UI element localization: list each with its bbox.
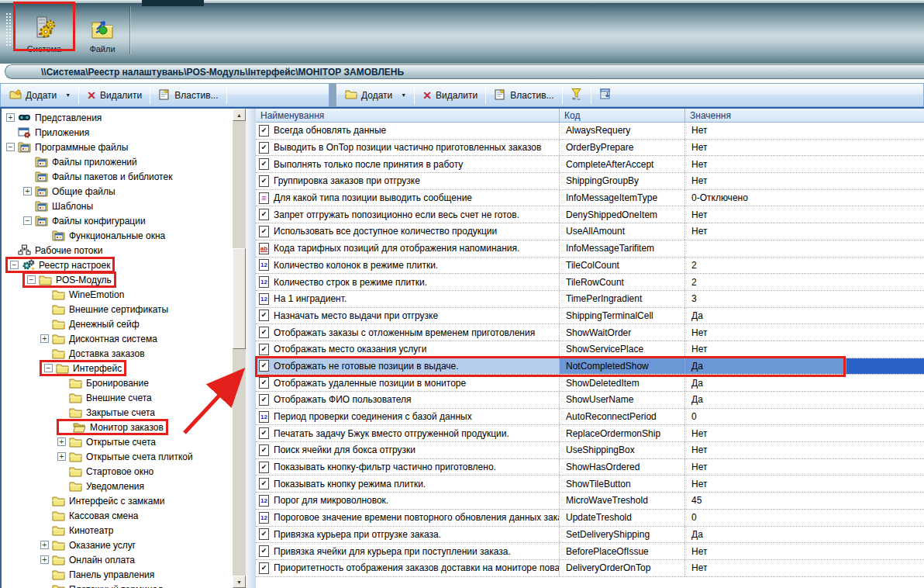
table-row[interactable]: ✔Отображать не готовые позиции в выдаче.… bbox=[256, 358, 924, 375]
tree-item[interactable]: +Дисконтная система bbox=[2, 331, 233, 346]
tree-item[interactable]: Стартовое окно bbox=[2, 464, 233, 479]
column-header-value[interactable]: Значення bbox=[685, 109, 924, 122]
table-row[interactable]: 12На 1 инградиент.TimePerIngradient3 bbox=[256, 291, 924, 308]
tree-item[interactable]: Бронирование bbox=[2, 375, 233, 390]
expand-toggle[interactable]: + bbox=[23, 187, 32, 195]
tree-item[interactable]: −Файлы конфигурации bbox=[2, 213, 233, 228]
tree-item[interactable]: Платежный терминал bbox=[2, 582, 233, 588]
column-header-name[interactable]: Найменування bbox=[256, 109, 560, 122]
setting-name: Порог для микроволновок. bbox=[274, 495, 388, 506]
tree-item[interactable]: Приложения bbox=[2, 125, 233, 140]
table-row[interactable]: ✔Привязка курьера при отгрузке заказа.Se… bbox=[256, 527, 924, 544]
tree-item[interactable]: Кинотеатр bbox=[2, 523, 233, 538]
table-row[interactable]: ✔Отображать удаленные позиции в мониторе… bbox=[256, 375, 924, 392]
tree-item[interactable]: +Общие файлы bbox=[2, 184, 233, 199]
scroll-down-button[interactable]: ▼ bbox=[233, 576, 246, 588]
tree-item[interactable]: −Реестр настроек bbox=[2, 258, 233, 272]
tree-item[interactable]: Интерфейс с замками bbox=[2, 493, 233, 508]
tree-item[interactable]: WineEmotion bbox=[2, 287, 233, 302]
table-row[interactable]: ✔Отображать ФИО пользователяShowUserName… bbox=[256, 392, 924, 409]
tree-item[interactable]: −Интерфейс bbox=[2, 361, 233, 375]
expand-toggle[interactable]: − bbox=[6, 143, 15, 151]
tree-add-button[interactable]: Додати ▼ bbox=[5, 87, 75, 103]
tree-item[interactable]: +Открытые счета bbox=[2, 434, 233, 449]
expand-toggle[interactable]: + bbox=[57, 438, 66, 446]
table-row[interactable]: ✔Запрет отгружать попозиционно если весь… bbox=[256, 206, 924, 223]
expand-toggle[interactable]: + bbox=[57, 452, 66, 461]
table-row[interactable]: ✔Использовать все доступное количество п… bbox=[256, 223, 924, 240]
tree-delete-button[interactable]: ✕ Видалити bbox=[82, 88, 147, 102]
table-row[interactable]: 12Порог для микроволновок.MicroWaveTresh… bbox=[256, 493, 924, 510]
setting-value: Нет bbox=[685, 223, 924, 240]
table-row[interactable]: ✔Печатать задачу Бжук вместо отгруженной… bbox=[256, 425, 924, 442]
table-row[interactable]: ✔Отображать место оказания услугиShowSer… bbox=[256, 341, 924, 358]
tree-item[interactable]: Внешние сертификаты bbox=[2, 302, 233, 316]
table-row[interactable]: ✔Выводить в OnTop позиции частично приго… bbox=[256, 140, 924, 157]
tree-item[interactable]: −Программные файлы bbox=[2, 140, 233, 154]
table-row[interactable]: ✔Группировка заказов при отгрузкеShippin… bbox=[256, 173, 924, 190]
expand-toggle[interactable]: − bbox=[10, 261, 19, 269]
table-row[interactable]: ✔Привязка ячейки для курьера при поступл… bbox=[256, 543, 924, 560]
expand-spacer bbox=[57, 408, 66, 417]
table-row[interactable]: ✔Всегда обновлять данныеAlwaysRequeryНет bbox=[256, 123, 924, 140]
tree-item[interactable]: +Представления bbox=[2, 110, 233, 125]
table-row[interactable]: abКода тарифных позиций для отображения … bbox=[256, 240, 924, 258]
expand-toggle[interactable]: + bbox=[6, 113, 15, 122]
tree-scrollbar[interactable]: ▲ ▼ bbox=[233, 109, 246, 588]
tree-item[interactable]: Панель управления bbox=[2, 567, 233, 582]
table-row[interactable]: 12Количество колонок в режиме плитки.Til… bbox=[256, 258, 924, 275]
table-row[interactable]: ✔Выполнять только после принятия в работ… bbox=[256, 156, 924, 173]
panel-splitter[interactable] bbox=[246, 109, 256, 588]
tree-item[interactable]: Монитор заказов bbox=[2, 420, 233, 434]
table-row[interactable]: ≡Для какой типа позиции выводить сообщен… bbox=[256, 190, 924, 207]
tree-item[interactable]: Закрытые счета bbox=[2, 405, 233, 420]
tree-item[interactable]: −POS-Модуль bbox=[2, 272, 233, 287]
tree-item[interactable]: Функциональные окна bbox=[2, 228, 233, 243]
table-row[interactable]: ✔Приоритетность отображения заказов дост… bbox=[256, 560, 924, 577]
scrollbar-thumb[interactable] bbox=[233, 248, 246, 349]
setting-delete-button[interactable]: ✕ Видалити bbox=[418, 88, 482, 102]
expand-toggle[interactable]: − bbox=[27, 275, 36, 284]
column-header-code[interactable]: Код bbox=[560, 109, 685, 122]
views-icon bbox=[18, 112, 31, 123]
chevron-down-icon[interactable]: ▼ bbox=[401, 92, 406, 98]
tree-item[interactable]: Уведомления bbox=[2, 479, 233, 493]
setting-name: Назначать место выдачи при отгрузке bbox=[274, 310, 438, 321]
scroll-up-button[interactable]: ▲ bbox=[233, 109, 246, 121]
expand-toggle[interactable]: + bbox=[40, 334, 49, 343]
table-row[interactable]: ✔Отображать заказы с отложенным временем… bbox=[256, 324, 924, 341]
filter-button[interactable] bbox=[566, 86, 588, 104]
table-row[interactable]: 12Период проверки соединения с базой дан… bbox=[256, 409, 924, 426]
table-row[interactable]: ✔Показывать кнопку режима плитки.ShowTil… bbox=[256, 476, 924, 493]
table-row[interactable]: 12Количество строк в режиме плитки.TileR… bbox=[256, 274, 924, 291]
system-button[interactable]: Система bbox=[16, 4, 72, 54]
chevron-down-icon[interactable]: ▼ bbox=[65, 92, 71, 98]
tree-item[interactable]: Файлы приложений bbox=[2, 154, 233, 169]
tree-item[interactable]: +Онлайн оплата bbox=[2, 552, 233, 567]
tree-properties-button[interactable]: Властив... bbox=[153, 87, 222, 104]
export-button[interactable] bbox=[595, 86, 616, 104]
tree-item[interactable]: +Открытые счета плиткой bbox=[2, 449, 233, 464]
toolbar-grip[interactable] bbox=[5, 12, 12, 47]
tree-item[interactable]: Кассовая смена bbox=[2, 508, 233, 523]
expand-toggle[interactable]: − bbox=[44, 364, 53, 372]
setting-properties-button[interactable]: Властив... bbox=[489, 87, 558, 104]
setting-add-button[interactable]: Додати ▼ bbox=[340, 87, 411, 103]
tree-item[interactable]: Доставка заказов bbox=[2, 346, 233, 361]
table-row[interactable]: ✔Назначать место выдачи при отгрузкеShip… bbox=[256, 308, 924, 325]
setting-name: Период проверки соединения с базой данны… bbox=[274, 411, 472, 422]
expand-toggle[interactable]: + bbox=[40, 541, 49, 549]
tree-item[interactable]: Денежный сейф bbox=[2, 316, 233, 331]
expand-toggle[interactable]: − bbox=[23, 216, 32, 225]
tree-item[interactable]: Шаблоны bbox=[2, 199, 233, 213]
tree-item[interactable]: Файлы пакетов и библиотек bbox=[2, 169, 233, 184]
tree-item[interactable]: Внешние счета bbox=[2, 390, 233, 405]
table-row[interactable]: ✔Показывать кнопку-фильтр частично приго… bbox=[256, 459, 924, 476]
expand-toggle[interactable]: + bbox=[40, 555, 49, 564]
table-row[interactable]: 12Пороговое значение времени повторного … bbox=[256, 510, 924, 527]
tree-item[interactable]: +Оказание услуг bbox=[2, 538, 233, 552]
files-button[interactable]: Файли bbox=[81, 4, 124, 54]
tree-item-label: Файлы приложений bbox=[52, 157, 137, 168]
tree-item[interactable]: Рабочие потоки bbox=[2, 243, 233, 258]
table-row[interactable]: ✔Поиск ячейки для бокса отгрузкиUseShipp… bbox=[256, 442, 924, 459]
